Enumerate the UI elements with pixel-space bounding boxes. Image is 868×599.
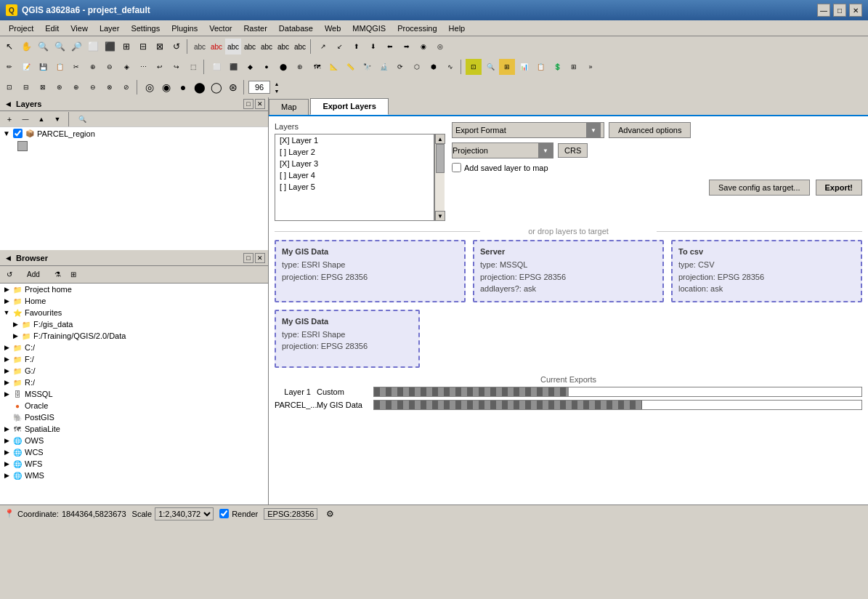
tool-select5[interactable]: 📋 [532, 59, 548, 75]
tool-misc2[interactable]: ⊟ [18, 79, 34, 95]
crs-button[interactable]: CRS [558, 143, 588, 158]
export-button[interactable]: Export! [816, 180, 863, 196]
tool-edit4[interactable]: 📋 [52, 59, 68, 75]
tool-geo2[interactable]: 📐 [325, 59, 341, 75]
tool-geo6[interactable]: ⟳ [392, 59, 408, 75]
tool-label2[interactable]: abc [208, 39, 224, 55]
layer-down-btn[interactable]: ▼ [51, 113, 64, 126]
layer-item-parcel[interactable]: ▼ 📦 PARCEL_region [0, 127, 268, 140]
tool-shape2[interactable]: ⬛ [225, 59, 241, 75]
browser-item-project-home[interactable]: ▶ 📁 Project home [0, 284, 268, 295]
tool-zoom-layer[interactable]: ⊟ [135, 39, 151, 55]
tool-circ2[interactable]: ◉ [158, 79, 174, 95]
menu-vector[interactable]: Vector [203, 23, 238, 34]
remove-layer-btn[interactable]: — [19, 113, 32, 126]
tool-extra5[interactable]: ⬅ [382, 39, 398, 55]
tool-edit7[interactable]: ⊖ [102, 59, 118, 75]
add-saved-layer-checkbox[interactable] [452, 163, 461, 172]
tool-misc7[interactable]: ⊗ [102, 79, 118, 95]
browser-float-btn[interactable]: □ [243, 253, 253, 263]
close-button[interactable]: ✕ [849, 4, 862, 17]
export-format-select[interactable]: Export Format ▼ [452, 122, 604, 138]
tool-edit6[interactable]: ⊕ [85, 59, 101, 75]
tool-spiral[interactable]: ⊛ [225, 79, 241, 95]
scroll-down-btn[interactable]: ▼ [435, 211, 445, 221]
tool-geo9[interactable]: ∿ [442, 59, 458, 75]
tool-identify[interactable]: 🔍 [35, 39, 51, 55]
tool-edit8[interactable]: ◈ [118, 59, 134, 75]
browser-item-r[interactable]: ▶ 📁 R:/ [0, 377, 268, 388]
tool-label5[interactable]: abc [259, 39, 275, 55]
tool-shape5[interactable]: ⬤ [275, 59, 291, 75]
menu-database[interactable]: Database [273, 23, 319, 34]
tool-refresh[interactable]: ↺ [169, 39, 184, 55]
tool-circ4[interactable]: ⬤ [192, 79, 208, 95]
projection-select[interactable]: Projection ▼ [452, 142, 553, 158]
tool-misc6[interactable]: ⊖ [85, 79, 101, 95]
browser-item-spatialite[interactable]: ▶ 🗺 SpatiaLite [0, 423, 268, 435]
layers-close-btn[interactable]: ✕ [255, 99, 265, 109]
drop-target-server[interactable]: Server type: MSSQL projection: EPSG 2835… [473, 240, 664, 302]
menu-layer[interactable]: Layer [94, 23, 126, 34]
maximize-button[interactable]: □ [833, 4, 846, 17]
layers-float-btn[interactable]: □ [243, 99, 253, 109]
tool-edit11[interactable]: ↪ [169, 59, 184, 75]
browser-item-postgis[interactable]: ▶ 🐘 PostGIS [0, 411, 268, 423]
tool-edit12[interactable]: ⬚ [185, 59, 201, 75]
drop-target-to-csv[interactable]: To csv type: CSV projection: EPSG 28356 … [671, 240, 862, 302]
tool-circ5[interactable]: ◯ [208, 79, 224, 95]
menu-processing[interactable]: Processing [392, 23, 442, 34]
tool-select4[interactable]: 📊 [516, 59, 532, 75]
tool-edit5[interactable]: ✂ [68, 59, 84, 75]
browser-item-ows[interactable]: ▶ 🌐 OWS [0, 435, 268, 446]
tool-select7[interactable]: ⊞ [566, 59, 582, 75]
tool-edit2[interactable]: 📝 [18, 59, 34, 75]
menu-edit[interactable]: Edit [39, 23, 65, 34]
menu-mmqgis[interactable]: MMQGIS [346, 23, 392, 34]
tool-circ1[interactable]: ◎ [142, 79, 158, 95]
tool-edit10[interactable]: ↩ [152, 59, 168, 75]
tool-misc5[interactable]: ⊕ [68, 79, 84, 95]
tool-select8[interactable]: » [583, 59, 599, 75]
tool-select6[interactable]: 💲 [549, 59, 565, 75]
tool-extra6[interactable]: ➡ [399, 39, 415, 55]
browser-item-f[interactable]: ▶ 📁 F:/ [0, 353, 268, 365]
tool-geo1[interactable]: 🗺 [309, 59, 325, 75]
zoom-down-btn[interactable]: ▼ [272, 87, 282, 95]
tool-extra2[interactable]: ↙ [332, 39, 348, 55]
save-config-button[interactable]: Save config as target... [709, 180, 810, 196]
tool-edit3[interactable]: 💾 [35, 59, 51, 75]
browser-add-btn[interactable]: Add [19, 268, 48, 281]
tool-shape6[interactable]: ⊛ [292, 59, 308, 75]
tool-extra4[interactable]: ⬇ [365, 39, 381, 55]
tool-zoom-rect[interactable]: ⬜ [85, 39, 101, 55]
tool-misc3[interactable]: ⊠ [35, 79, 51, 95]
tool-arrow[interactable]: ↖ [1, 39, 17, 55]
tool-geo8[interactable]: ⬢ [426, 59, 442, 75]
advanced-options-button[interactable]: Advanced options [609, 122, 691, 138]
layer-list-item-2[interactable]: [ ] Layer 2 [275, 146, 434, 158]
tool-select3[interactable]: ⊞ [499, 59, 515, 75]
menu-project[interactable]: Project [3, 23, 39, 34]
zoom-up-btn[interactable]: ▲ [272, 80, 282, 87]
tool-misc4[interactable]: ⊛ [52, 79, 68, 95]
tool-shape4[interactable]: ● [259, 59, 275, 75]
browser-item-mssql[interactable]: ▶ 🗄 MSSQL [0, 388, 268, 400]
layer-checkbox-parcel[interactable] [13, 129, 23, 138]
scroll-up-btn[interactable]: ▲ [435, 134, 445, 144]
tool-edit1[interactable]: ✏ [1, 59, 17, 75]
tool-zoom-out[interactable]: 🔎 [68, 39, 84, 55]
tool-edit9[interactable]: ⋯ [135, 59, 151, 75]
layers-left-icon[interactable]: ◀ [3, 99, 13, 109]
tool-pan2[interactable]: ⬛ [102, 39, 118, 55]
tool-geo5[interactable]: 🔬 [376, 59, 392, 75]
layer-list-item-1[interactable]: [X] Layer 1 [275, 134, 434, 146]
tool-label7[interactable]: abc [292, 39, 308, 55]
tool-shape1[interactable]: ⬜ [208, 59, 224, 75]
add-layer-btn[interactable]: + [3, 113, 16, 126]
tool-extra8[interactable]: ◎ [432, 39, 448, 55]
browser-item-wms[interactable]: ▶ 🌐 WMS [0, 470, 268, 481]
tool-zoom-in[interactable]: 🔍 [52, 39, 68, 55]
tab-export-layers[interactable]: Export Layers [310, 98, 388, 115]
tab-map[interactable]: Map [269, 99, 309, 115]
